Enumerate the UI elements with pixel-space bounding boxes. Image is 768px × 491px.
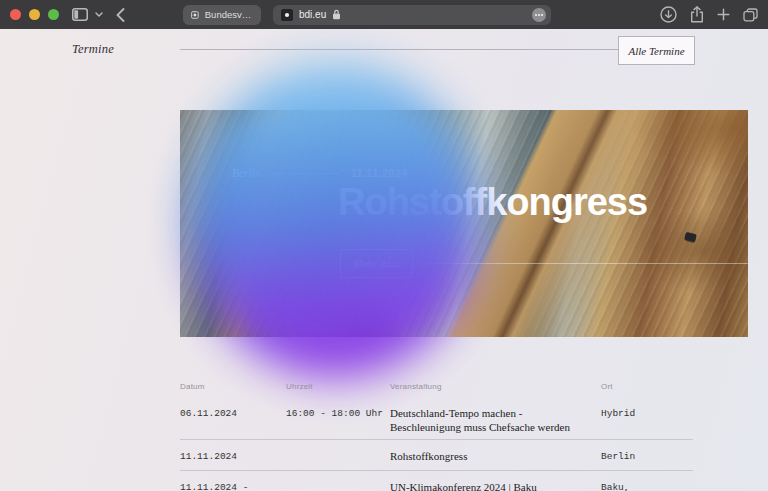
site-favicon-icon [281, 9, 293, 21]
minimize-window-button[interactable] [29, 9, 40, 20]
page-settings-button[interactable] [532, 8, 546, 22]
lock-icon [332, 9, 341, 20]
page-title: Termine [72, 42, 114, 57]
chevron-down-icon[interactable] [95, 12, 103, 17]
downloads-icon[interactable] [660, 6, 677, 23]
events-table: Datum Uhrzeit Veranstaltung Ort 06.11.20… [180, 382, 693, 491]
event-location: Baku, Aserbaidschan [601, 481, 693, 491]
event-time: 16:00 - 18:00 Uhr [286, 407, 390, 435]
zoom-window-button[interactable] [48, 9, 59, 20]
column-header-veranstaltung: Veranstaltung [390, 382, 601, 391]
back-icon[interactable] [116, 8, 125, 22]
pinned-tab-label: Bundesverband... [205, 9, 253, 20]
event-location: Hybrid [601, 407, 693, 435]
pinned-tab[interactable]: Bundesverband... [183, 5, 261, 25]
event-name: Rohstoffkongress [390, 450, 601, 464]
event-name: Deutschland-Tempo machen - Beschleunigun… [390, 407, 601, 435]
new-tab-icon[interactable] [717, 8, 730, 21]
column-header-uhrzeit: Uhrzeit [286, 382, 390, 391]
event-date: 11.11.2024 [180, 450, 286, 464]
share-icon[interactable] [690, 6, 704, 23]
event-name: UN-Klimakonferenz 2024 | Baku [390, 481, 601, 491]
column-header-datum: Datum [180, 382, 286, 391]
sidebar-toggle-icon[interactable] [72, 8, 88, 21]
window-controls [10, 9, 59, 20]
close-window-button[interactable] [10, 9, 21, 20]
tab-overview-icon[interactable] [743, 8, 758, 22]
gradient-blob-decoration [190, 62, 480, 378]
bdi-favicon-icon [191, 9, 199, 21]
event-time [286, 481, 390, 491]
event-location: Berlin [601, 450, 693, 464]
page-content: Termine Alle Termine Berlin 11.11.2024 R… [0, 29, 768, 491]
table-row[interactable]: 06.11.2024 16:00 - 18:00 Uhr Deutschland… [180, 407, 693, 439]
column-header-ort: Ort [601, 382, 693, 391]
url-text: bdi.eu [299, 9, 326, 20]
table-row[interactable]: 11.11.2024 - 22.11.2024 UN-Klimakonferen… [180, 470, 693, 491]
table-header-row: Datum Uhrzeit Veranstaltung Ort [180, 382, 693, 391]
event-date: 06.11.2024 [180, 407, 286, 435]
address-bar[interactable]: bdi.eu [273, 5, 551, 25]
all-events-button[interactable]: Alle Termine [618, 36, 695, 65]
event-date: 11.11.2024 - 22.11.2024 [180, 481, 286, 491]
event-time [286, 450, 390, 464]
browser-toolbar: Bundesverband... bdi.eu [0, 0, 768, 29]
header-divider [180, 49, 618, 50]
table-row[interactable]: 11.11.2024 Rohstoffkongress Berlin [180, 439, 693, 470]
